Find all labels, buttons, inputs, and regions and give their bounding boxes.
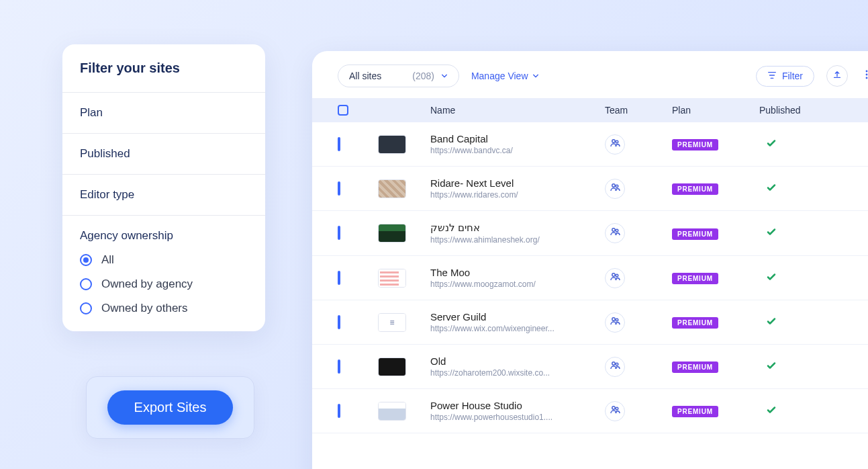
team-icon	[610, 360, 620, 374]
published-status	[759, 182, 840, 196]
site-url[interactable]: https://www.wix.com/wixengineer...	[430, 324, 565, 333]
last-updated: Oct 14	[840, 139, 868, 150]
table-row: Server Guild https://www.wix.com/wixengi…	[312, 300, 868, 345]
published-status	[759, 316, 840, 329]
svg-point-1	[866, 74, 868, 76]
more-icon-button[interactable]	[860, 65, 868, 87]
row-checkbox[interactable]	[338, 137, 340, 151]
manage-view-link[interactable]: Manage View	[471, 71, 539, 81]
site-url[interactable]: https://www.powerhousestudio1....	[430, 413, 565, 422]
radio-label: Owned by agency	[101, 278, 193, 291]
team-button[interactable]	[605, 134, 625, 155]
column-team[interactable]: Team	[605, 105, 672, 116]
plan-badge: PREMIUM	[672, 406, 718, 417]
site-url[interactable]: https://www.ridares.com/	[430, 190, 565, 200]
filter-title: Filter your sites	[62, 44, 265, 93]
filter-button[interactable]: Filter	[756, 66, 814, 87]
team-icon	[610, 271, 620, 285]
row-checkbox[interactable]	[338, 359, 340, 374]
site-name[interactable]: אחים לנשק	[430, 222, 597, 234]
row-checkbox[interactable]	[338, 226, 340, 240]
filter-published-label: Published	[80, 147, 248, 161]
site-url[interactable]: https://www.moogzamot.com/	[430, 280, 565, 289]
svg-point-0	[866, 71, 868, 73]
team-button[interactable]	[605, 268, 625, 288]
team-icon	[610, 404, 620, 418]
manage-view-label: Manage View	[471, 71, 528, 81]
site-name[interactable]: Ridare- Next Level	[430, 177, 597, 189]
team-button[interactable]	[605, 312, 625, 333]
last-updated: Oct 11,	[840, 183, 868, 194]
ownership-option-others[interactable]: Owned by others	[80, 302, 248, 315]
filter-section-editor[interactable]: Editor type	[62, 175, 265, 216]
sites-count: (208)	[412, 71, 434, 81]
sites-dropdown[interactable]: All sites (208)	[338, 65, 459, 87]
row-checkbox[interactable]	[338, 181, 340, 196]
published-status	[759, 360, 840, 374]
site-url[interactable]: https://www.ahimlaneshek.org/	[430, 235, 565, 245]
plan-badge: PREMIUM	[672, 139, 718, 151]
site-url[interactable]: https://zoharotem200.wixsite.co...	[430, 368, 565, 378]
site-thumbnail[interactable]	[378, 224, 406, 243]
radio-icon	[80, 302, 92, 314]
table-row: Power House Studio https://www.powerhous…	[312, 389, 868, 433]
site-thumbnail[interactable]	[378, 357, 406, 376]
ownership-radio-group: All Owned by agency Owned by others	[80, 253, 248, 315]
svg-point-3	[612, 139, 615, 142]
filter-panel: Filter your sites Plan Published Editor …	[62, 44, 265, 331]
svg-point-8	[616, 229, 618, 232]
export-container: Export Sites	[86, 376, 254, 439]
filter-ownership-label: Agency ownership	[80, 229, 248, 243]
select-all-checkbox[interactable]	[338, 105, 348, 116]
check-icon	[766, 139, 777, 151]
svg-point-16	[616, 407, 618, 410]
site-thumbnail[interactable]	[378, 179, 406, 198]
plan-badge: PREMIUM	[672, 228, 718, 240]
svg-point-5	[612, 183, 615, 186]
export-sites-button[interactable]: Export Sites	[107, 390, 234, 425]
table-row: Ridare- Next Level https://www.ridares.c…	[312, 167, 868, 211]
site-name[interactable]: The Moo	[430, 267, 597, 278]
site-thumbnail[interactable]	[378, 313, 406, 332]
column-updated[interactable]: Last up	[840, 105, 868, 116]
site-thumbnail[interactable]	[378, 269, 406, 288]
column-name[interactable]: Name	[430, 105, 605, 116]
team-button[interactable]	[605, 223, 625, 243]
row-checkbox[interactable]	[338, 271, 340, 285]
ownership-option-agency[interactable]: Owned by agency	[80, 278, 248, 291]
team-button[interactable]	[605, 357, 625, 377]
last-updated: Oct 10	[840, 317, 868, 328]
row-checkbox[interactable]	[338, 404, 340, 418]
column-published[interactable]: Published	[759, 105, 840, 116]
site-url[interactable]: https://www.bandvc.ca/	[430, 146, 565, 155]
svg-point-11	[612, 317, 615, 320]
ownership-option-all[interactable]: All	[80, 253, 248, 267]
team-icon	[610, 316, 620, 329]
column-plan[interactable]: Plan	[672, 105, 759, 116]
sites-panel: All sites (208) Manage View Filter	[312, 51, 868, 469]
filter-section-published[interactable]: Published	[62, 134, 265, 175]
team-button[interactable]	[605, 179, 625, 199]
plan-badge: PREMIUM	[672, 273, 718, 284]
plan-badge: PREMIUM	[672, 183, 718, 195]
svg-point-6	[616, 185, 618, 187]
table-header: Name Team Plan Published Last up	[312, 98, 868, 122]
published-status	[759, 271, 840, 285]
site-name[interactable]: Old	[430, 355, 597, 367]
check-icon	[766, 317, 777, 329]
team-icon	[610, 226, 620, 240]
site-name[interactable]: Power House Studio	[430, 400, 597, 411]
more-vertical-icon	[865, 70, 868, 82]
site-thumbnail[interactable]	[378, 135, 406, 154]
team-button[interactable]	[605, 401, 625, 421]
export-icon-button[interactable]	[826, 65, 848, 87]
team-icon	[610, 138, 620, 151]
filter-section-plan[interactable]: Plan	[62, 93, 265, 134]
site-name[interactable]: Server Guild	[430, 311, 597, 323]
site-name[interactable]: Band Capital	[430, 133, 597, 144]
row-checkbox[interactable]	[338, 315, 340, 329]
site-thumbnail[interactable]	[378, 402, 406, 421]
svg-point-13	[612, 361, 615, 364]
svg-point-12	[616, 318, 618, 321]
check-icon	[766, 228, 777, 239]
